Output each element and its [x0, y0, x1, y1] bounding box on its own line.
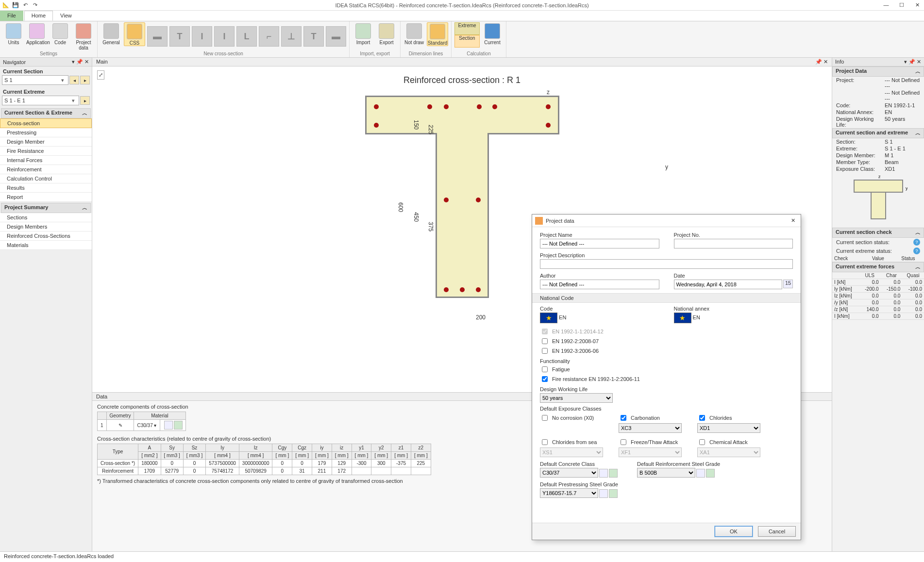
chl-chk[interactable] — [699, 415, 705, 421]
table-row: Cross-section *)18000000 573750000030000… — [98, 460, 431, 467]
tab-view[interactable]: View — [53, 11, 79, 21]
save-icon[interactable]: 💾 — [12, 1, 19, 9]
current-button[interactable]: Current — [482, 22, 503, 45]
en1992-2-chk[interactable] — [542, 338, 548, 344]
undo-icon[interactable]: ↶ — [21, 1, 29, 9]
dcc-select[interactable]: C30/37 — [540, 468, 598, 478]
fit-view-icon[interactable]: ⤢ — [97, 70, 104, 80]
shape-t1-icon[interactable]: T — [169, 26, 190, 47]
nav-report[interactable]: Report — [0, 193, 92, 202]
en1992-3-chk[interactable] — [542, 348, 548, 354]
redo-icon[interactable]: ↷ — [31, 1, 39, 9]
notdraw-button[interactable]: Not draw — [403, 22, 425, 45]
section-next-icon[interactable]: ▸ — [80, 76, 90, 84]
chls-select: XS1 — [540, 447, 603, 457]
canvas-title: Reinforced cross-section : R 1 — [403, 75, 521, 85]
shape-t2-icon[interactable]: T — [303, 26, 324, 47]
standard-button[interactable]: Standard — [427, 22, 448, 46]
project-no-input[interactable] — [674, 239, 793, 248]
edit-icon[interactable] — [599, 469, 608, 478]
ft-chk[interactable] — [621, 439, 626, 445]
help-icon[interactable]: ? — [913, 248, 920, 254]
code-button[interactable]: Code — [50, 22, 71, 45]
help-icon[interactable]: ? — [913, 239, 920, 246]
nav-calc-control[interactable]: Calculation Control — [0, 174, 92, 183]
material-select[interactable]: C30/37 — [137, 423, 152, 428]
canvas-close-icon[interactable]: ✕ — [823, 59, 828, 65]
extreme-next-icon[interactable]: ▸ — [80, 96, 90, 105]
nav-reinforcement[interactable]: Reinforcement — [0, 165, 92, 174]
export-button[interactable]: Export — [376, 22, 397, 45]
application-button[interactable]: Application — [26, 22, 48, 45]
chls-chk[interactable] — [542, 439, 548, 445]
info-pin-icon[interactable]: ▾ 📌 ✕ — [904, 59, 921, 65]
shape-i1-icon[interactable]: I — [192, 26, 212, 47]
main-tab[interactable]: Main — [96, 59, 108, 65]
shape-i2-icon[interactable]: I — [214, 26, 235, 47]
calendar-icon[interactable]: 15 — [783, 280, 793, 288]
x0-chk[interactable] — [542, 415, 548, 421]
nav-results[interactable]: Results — [0, 183, 92, 193]
current-extreme-combo[interactable]: S 1 - E 1▾ — [2, 96, 79, 105]
canvas-pin-icon[interactable]: 📌 — [815, 59, 822, 65]
dpsg-select[interactable]: Y1860S7-15.7 — [540, 488, 598, 498]
project-desc-input[interactable] — [540, 259, 793, 269]
nav-internal-forces[interactable]: Internal Forces — [0, 156, 92, 165]
svg-text:z: z — [878, 175, 881, 179]
date-input[interactable] — [674, 280, 783, 289]
tab-home[interactable]: Home — [24, 11, 53, 21]
shape-rect-icon[interactable]: ▬ — [147, 26, 168, 47]
import-button[interactable]: Import — [353, 22, 374, 45]
tab-file[interactable]: File — [0, 11, 23, 21]
fire-chk[interactable] — [542, 376, 548, 382]
section-button[interactable]: Section — [454, 35, 480, 48]
units-button[interactable]: Units — [3, 22, 24, 45]
section-prev-icon[interactable]: ◂ — [69, 76, 79, 84]
group-import-export: Import, export — [353, 51, 397, 56]
shape-i3-icon[interactable]: ⊥ — [281, 26, 302, 47]
carb-chk[interactable] — [621, 415, 626, 421]
current-section-combo[interactable]: S 1▾ — [2, 75, 68, 85]
carb-select[interactable]: XC3 — [619, 423, 682, 433]
nav-design-member[interactable]: Design Member — [0, 137, 92, 147]
nav-group-current[interactable]: Current Section & Extreme︿ — [1, 108, 91, 118]
nav-materials[interactable]: Materials — [0, 241, 92, 250]
edit-icon[interactable] — [599, 489, 608, 498]
nav-sections[interactable]: Sections — [0, 213, 92, 222]
extreme-button[interactable]: Extreme — [454, 22, 480, 35]
geom-edit[interactable]: ✎ — [106, 420, 134, 431]
add-icon[interactable] — [174, 421, 183, 430]
drsg-select[interactable]: B 500B — [637, 468, 695, 478]
current-extreme-label: Current Extreme — [0, 87, 92, 96]
shape-l-icon[interactable]: L — [236, 26, 257, 47]
dwl-select[interactable]: 50 years — [540, 393, 613, 403]
maximize-icon[interactable]: ☐ — [897, 2, 907, 8]
dlg-close-icon[interactable]: ✕ — [788, 217, 798, 224]
add-icon[interactable] — [609, 489, 618, 498]
edit-icon[interactable] — [164, 421, 173, 430]
nav-design-members[interactable]: Design Members — [0, 222, 92, 231]
nav-prestressing[interactable]: Prestressing — [0, 128, 92, 137]
nav-cross-section[interactable]: Cross-section — [0, 118, 92, 128]
shape-j-icon[interactable]: ⌐ — [259, 26, 279, 47]
chl-select[interactable]: XD1 — [697, 423, 760, 433]
css-button[interactable]: CSS — [124, 22, 145, 46]
edit-icon[interactable] — [696, 469, 705, 478]
minimize-icon[interactable]: — — [881, 2, 891, 8]
ca-chk[interactable] — [699, 439, 705, 445]
author-input[interactable] — [540, 280, 659, 289]
add-icon[interactable] — [609, 469, 618, 478]
nav-pin-icon[interactable]: ▾ 📌 ✕ — [72, 59, 89, 65]
shape-rect2-icon[interactable]: ▬ — [326, 26, 346, 47]
ok-button[interactable]: OK — [715, 526, 753, 537]
nav-group-summary[interactable]: Project Summary︿ — [1, 203, 91, 213]
nav-reinf-cross[interactable]: Reinforced Cross-Sections — [0, 231, 92, 241]
fatigue-chk[interactable] — [542, 366, 548, 372]
project-data-button[interactable]: Project data — [73, 22, 94, 50]
general-button[interactable]: General — [101, 22, 122, 45]
cancel-button[interactable]: Cancel — [758, 526, 796, 537]
close-icon[interactable]: ✕ — [912, 2, 922, 8]
project-name-input[interactable] — [540, 239, 659, 248]
add-icon[interactable] — [706, 469, 715, 478]
nav-fire-resistance[interactable]: Fire Resistance — [0, 147, 92, 156]
